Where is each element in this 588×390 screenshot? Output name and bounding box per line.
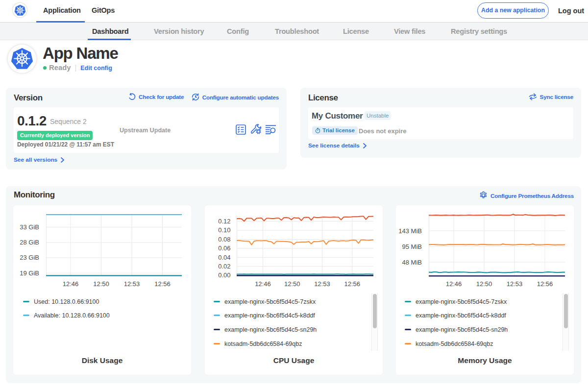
- svg-text:19 GiB: 19 GiB: [20, 269, 39, 277]
- svg-text:0.04: 0.04: [218, 254, 230, 261]
- svg-text:143 MiB: 143 MiB: [398, 227, 422, 235]
- svg-text:12:50: 12:50: [284, 280, 300, 288]
- svg-text:28 GiB: 28 GiB: [20, 239, 39, 246]
- svg-text:23 GiB: 23 GiB: [20, 254, 39, 261]
- svg-text:48 MiB: 48 MiB: [402, 259, 422, 266]
- svg-text:0.10: 0.10: [218, 226, 230, 234]
- svg-text:12:56: 12:56: [154, 280, 171, 288]
- svg-text:0.00: 0.00: [218, 271, 230, 279]
- svg-text:12:53: 12:53: [124, 280, 140, 288]
- svg-text:0.12: 0.12: [218, 218, 230, 225]
- svg-text:12:46: 12:46: [255, 280, 271, 288]
- svg-text:12:56: 12:56: [344, 280, 361, 288]
- svg-text:12:50: 12:50: [476, 280, 492, 288]
- svg-text:0.08: 0.08: [218, 236, 230, 243]
- svg-text:12:56: 12:56: [537, 280, 553, 288]
- svg-text:12:46: 12:46: [446, 280, 462, 288]
- svg-text:95 MiB: 95 MiB: [402, 243, 422, 250]
- svg-text:12:53: 12:53: [507, 280, 523, 288]
- svg-text:0.02: 0.02: [218, 263, 230, 270]
- svg-text:12:50: 12:50: [93, 280, 109, 288]
- svg-text:12:46: 12:46: [63, 280, 79, 288]
- svg-text:0.06: 0.06: [218, 244, 230, 252]
- svg-text:12:53: 12:53: [314, 280, 330, 288]
- svg-text:33 GiB: 33 GiB: [20, 223, 39, 231]
